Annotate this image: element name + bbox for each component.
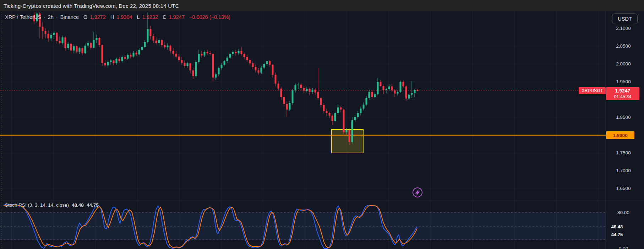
stoch-tick-label: 0.00 [606, 246, 641, 249]
price-tick-label: 1.7500 [606, 150, 641, 155]
price-tick-label: 1.7000 [606, 168, 641, 173]
indicator-legend-row: Stoch RSI (3, 3, 14, 14, close) 48.48 44… [5, 202, 99, 208]
currency-toggle-button[interactable]: USDT [612, 14, 638, 24]
symbol-name[interactable]: XRP / TetherUS [5, 14, 41, 20]
separator: · [56, 14, 58, 20]
price-tick-label: 1.8500 [606, 115, 641, 120]
exchange-label[interactable]: Binance [60, 14, 79, 20]
price-tick-label: 1.6500 [606, 186, 641, 191]
tradingview-chart-window: Ticking-Cryptos created with TradingView… [0, 0, 644, 249]
low-label: L [137, 14, 140, 20]
change-value: −0.0026 (−0.13%) [189, 14, 230, 20]
stoch-d-badge: 44.75 [606, 231, 628, 238]
close-label: C [163, 14, 166, 20]
separator: · [44, 14, 45, 20]
low-value: 1.9232 [142, 14, 158, 20]
stoch-d-value: 44.75 [87, 202, 99, 208]
horizontal-line-price-badge: 1.8000 [606, 131, 634, 139]
price-tick-label: 2.0500 [606, 43, 641, 49]
price-tick-label: 1.9500 [606, 79, 641, 84]
high-label: H [110, 14, 114, 20]
indicator-name[interactable]: Stoch RSI (3, 3, 14, 14, close) [5, 202, 69, 208]
last-price-symbol-tag: XRPUSDT [579, 87, 606, 94]
symbol-ohlc-row: XRP / TetherUS · 2h · Binance O1.9272 H1… [5, 14, 230, 20]
high-value: 1.9304 [116, 14, 132, 20]
chart-canvas[interactable] [0, 0, 644, 249]
boost-button[interactable] [413, 188, 422, 197]
attribution-bar: Ticking-Cryptos created with TradingView… [0, 0, 644, 11]
stoch-k-badge: 48.48 [606, 223, 628, 231]
attribution-text: Ticking-Cryptos created with TradingView… [0, 3, 179, 9]
stoch-k-value: 48.48 [72, 202, 84, 208]
candles-layer [33, 12, 419, 145]
last-price-value: 1.9247 [606, 87, 639, 94]
interval-label[interactable]: 2h [48, 14, 54, 20]
stoch-tick-label: 80.00 [606, 210, 641, 215]
close-value: 1.9247 [169, 14, 184, 20]
open-value: 1.9272 [90, 14, 105, 20]
price-tick-label: 2.1000 [606, 26, 641, 31]
open-label: O [83, 14, 87, 20]
bar-countdown: 01:45:34 [606, 94, 639, 100]
last-price-badge: 1.9247 01:45:34 [606, 87, 639, 100]
demand-zone-box[interactable] [332, 129, 363, 153]
price-tick-label: 2.0000 [606, 61, 641, 67]
